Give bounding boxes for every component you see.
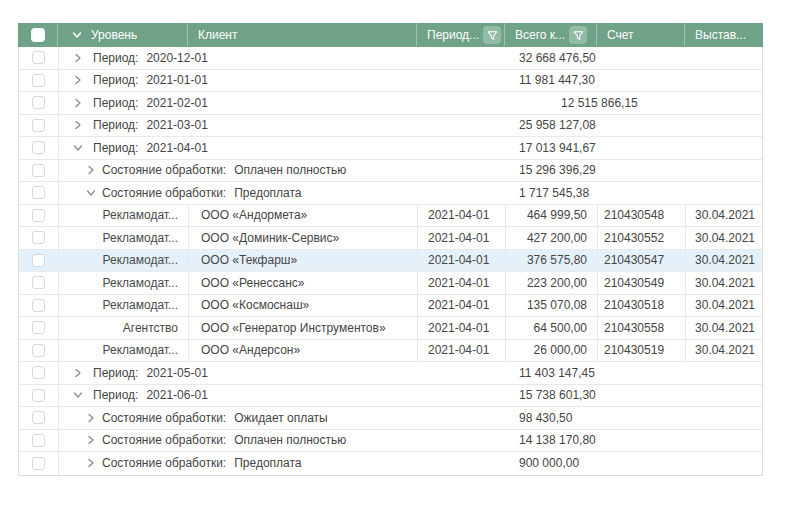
group-cell: Период:2021-01-0111 981 447,30 [59, 70, 762, 92]
group-row[interactable]: Состояние обработки:Ожидает оплаты98 430… [19, 407, 762, 430]
row-checkbox[interactable] [32, 51, 45, 64]
detail-row[interactable]: Рекламодат...ООО «Ренессанс»2021-04-0122… [19, 272, 762, 295]
filter-button[interactable] [569, 26, 587, 44]
chevron-right-icon[interactable] [73, 98, 83, 108]
chevron-down-icon[interactable] [73, 143, 83, 153]
group-cell: Состояние обработки:Оплачен полностью15 … [59, 160, 762, 182]
invoice-cell: 210430547 [598, 250, 686, 272]
detail-row[interactable]: Рекламодат...ООО «Доминик-Сервис»2021-04… [19, 227, 762, 250]
chevron-down-icon[interactable] [73, 390, 83, 400]
group-row[interactable]: Состояние обработки:Предоплата1 717 545,… [19, 182, 762, 205]
chevron-right-icon[interactable] [86, 435, 96, 445]
group-cell: Период:2021-04-0117 013 941,67 [59, 137, 762, 159]
column-header-invoice[interactable]: Счет [597, 23, 685, 47]
row-checkbox[interactable] [32, 141, 45, 154]
group-row[interactable]: Состояние обработки:Оплачен полностью15 … [19, 160, 762, 183]
row-checkbox[interactable] [32, 389, 45, 402]
group-label: Состояние обработки: [102, 411, 226, 425]
group-value: Предоплата [234, 186, 301, 200]
detail-row[interactable]: Рекламодат...ООО «Андормета»2021-04-0146… [19, 205, 762, 228]
row-checkbox[interactable] [32, 457, 45, 470]
row-checkbox[interactable] [32, 119, 45, 132]
row-checkbox-cell [19, 272, 59, 294]
row-checkbox[interactable] [32, 74, 45, 87]
group-row[interactable]: Состояние обработки:Предоплата900 000,00 [19, 452, 762, 475]
row-checkbox-cell [19, 205, 59, 227]
group-value: Ожидает оплаты [234, 411, 328, 425]
row-checkbox-cell [19, 227, 59, 249]
period-cell: 2021-04-01 [418, 205, 506, 227]
chevron-down-icon[interactable] [86, 188, 96, 198]
chevron-right-icon[interactable] [73, 75, 83, 85]
row-checkbox[interactable] [32, 411, 45, 424]
group-cell: Состояние обработки:Ожидает оплаты98 430… [59, 407, 762, 429]
invoice-cell: 210430518 [598, 295, 686, 317]
row-checkbox[interactable] [32, 321, 45, 334]
detail-row[interactable]: Рекламодат...ООО «Космоснаш»2021-04-0113… [19, 295, 762, 318]
row-checkbox[interactable] [32, 231, 45, 244]
filter-button[interactable] [483, 26, 501, 44]
group-row[interactable]: Состояние обработки:Оплачен полностью14 … [19, 430, 762, 453]
group-value: 2020-12-01 [146, 51, 207, 65]
group-label: Период: [93, 118, 138, 132]
chevron-right-icon[interactable] [73, 53, 83, 63]
group-row[interactable]: Период:2021-05-0111 403 147,45 [19, 362, 762, 385]
group-row[interactable]: Период:2021-01-0111 981 447,30 [19, 70, 762, 93]
column-header-billed[interactable]: Выстав... [685, 23, 763, 47]
row-checkbox[interactable] [32, 276, 45, 289]
invoice-cell: 210430519 [598, 340, 686, 362]
select-all-checkbox[interactable] [31, 28, 45, 42]
row-checkbox[interactable] [32, 96, 45, 109]
chevron-right-icon[interactable] [73, 120, 83, 130]
column-header-client[interactable]: Клиент [188, 23, 417, 47]
funnel-icon [573, 30, 584, 41]
group-row[interactable]: Период:2021-02-0112 515 866,15 [19, 92, 762, 115]
group-total: 1 717 545,38 [519, 182, 589, 204]
group-label: Период: [93, 96, 138, 110]
group-row[interactable]: Период:2021-04-0117 013 941,67 [19, 137, 762, 160]
row-checkbox-cell [19, 430, 59, 452]
column-label: Выстав... [695, 28, 746, 42]
group-row[interactable]: Период:2021-03-0125 958 127,08 [19, 115, 762, 138]
row-checkbox[interactable] [32, 186, 45, 199]
group-cell: Период:2021-05-0111 403 147,45 [59, 362, 762, 384]
row-checkbox[interactable] [32, 209, 45, 222]
chevron-right-icon[interactable] [73, 368, 83, 378]
column-header-total[interactable]: Всего к... [505, 23, 597, 47]
column-header-period[interactable]: Период... [417, 23, 505, 47]
funnel-icon [487, 30, 498, 41]
row-checkbox[interactable] [32, 254, 45, 267]
client-cell: ООО «Андерсон» [189, 340, 418, 362]
row-checkbox[interactable] [32, 344, 45, 357]
row-checkbox[interactable] [32, 299, 45, 312]
row-checkbox-cell [19, 137, 59, 159]
column-label: Счет [607, 28, 634, 42]
detail-row[interactable]: АгентствоООО «Генератор Инструментов»202… [19, 317, 762, 340]
row-checkbox[interactable] [32, 434, 45, 447]
row-checkbox-cell [19, 407, 59, 429]
detail-row[interactable]: Рекламодат...ООО «Андерсон»2021-04-0126 … [19, 340, 762, 363]
client-type-cell: Рекламодат... [59, 340, 189, 362]
row-checkbox[interactable] [32, 164, 45, 177]
header-select-all-cell [18, 23, 58, 47]
total-cell: 135 070,08 [506, 295, 598, 317]
chevron-right-icon[interactable] [86, 165, 96, 175]
invoice-cell: 210430558 [598, 317, 686, 339]
chevron-right-icon[interactable] [86, 458, 96, 468]
chevron-right-icon[interactable] [86, 413, 96, 423]
row-checkbox[interactable] [32, 366, 45, 379]
group-value: 2021-03-01 [146, 118, 207, 132]
group-label: Состояние обработки: [102, 186, 226, 200]
group-value: 2021-05-01 [146, 366, 207, 380]
row-checkbox-cell [19, 115, 59, 137]
billed-date-cell: 30.04.2021 [686, 317, 764, 339]
column-header-level[interactable]: Уровень [58, 23, 188, 47]
group-value: 2021-06-01 [146, 388, 207, 402]
group-row[interactable]: Период:2021-06-0115 738 601,30 [19, 385, 762, 408]
group-cell: Состояние обработки:Предоплата1 717 545,… [59, 182, 762, 204]
group-row[interactable]: Период:2020-12-0132 668 476,50 [19, 47, 762, 70]
billed-date-cell: 30.04.2021 [686, 250, 764, 272]
detail-row[interactable]: Рекламодат...ООО «Текфарш»2021-04-01376 … [19, 250, 762, 273]
chevron-down-icon [72, 30, 82, 40]
group-value: 2021-04-01 [146, 141, 207, 155]
